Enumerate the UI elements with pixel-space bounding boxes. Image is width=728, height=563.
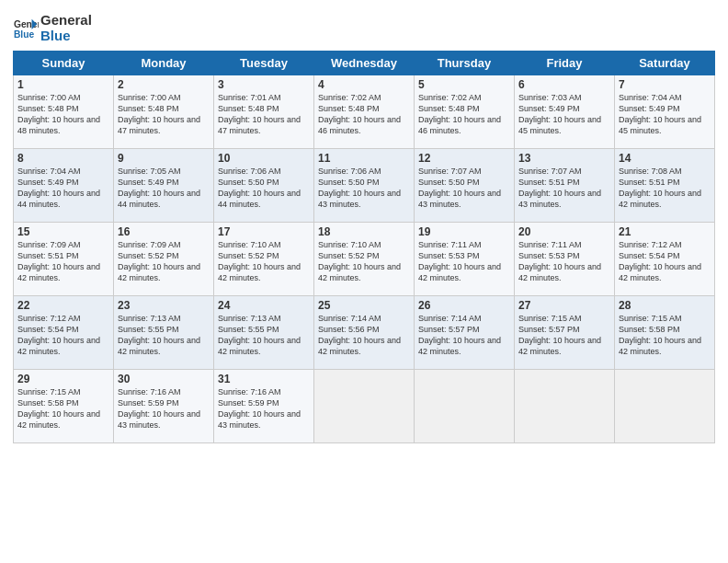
day-info: Sunrise: 7:06 AMSunset: 5:50 PMDaylight:…	[318, 167, 401, 209]
calendar-day-cell: 9 Sunrise: 7:05 AMSunset: 5:49 PMDayligh…	[114, 149, 214, 223]
day-number: 14	[619, 152, 711, 165]
day-number: 28	[619, 299, 711, 312]
day-info: Sunrise: 7:02 AMSunset: 5:48 PMDaylight:…	[318, 93, 401, 135]
day-info: Sunrise: 7:11 AMSunset: 5:53 PMDaylight:…	[418, 240, 501, 282]
calendar-day-cell: 21 Sunrise: 7:12 AMSunset: 5:54 PMDaylig…	[615, 223, 715, 296]
day-info: Sunrise: 7:07 AMSunset: 5:51 PMDaylight:…	[518, 167, 601, 209]
calendar-day-cell: 7 Sunrise: 7:04 AMSunset: 5:49 PMDayligh…	[615, 75, 715, 149]
day-number: 23	[118, 299, 210, 312]
calendar-day-cell	[515, 370, 615, 443]
logo-general-text: General	[40, 13, 92, 29]
calendar-header: SundayMondayTuesdayWednesdayThursdayFrid…	[14, 52, 715, 75]
weekday-header-wednesday: Wednesday	[314, 52, 415, 75]
calendar-day-cell: 17 Sunrise: 7:10 AMSunset: 5:52 PMDaylig…	[214, 223, 314, 296]
logo: General Blue General Blue	[13, 13, 92, 43]
calendar-day-cell: 1 Sunrise: 7:00 AMSunset: 5:48 PMDayligh…	[14, 75, 114, 149]
day-number: 17	[218, 225, 310, 238]
day-number: 18	[318, 225, 410, 238]
day-info: Sunrise: 7:02 AMSunset: 5:48 PMDaylight:…	[418, 93, 501, 135]
day-number: 6	[518, 78, 610, 91]
day-number: 25	[318, 299, 410, 312]
day-info: Sunrise: 7:05 AMSunset: 5:49 PMDaylight:…	[118, 167, 200, 209]
calendar-day-cell: 25 Sunrise: 7:14 AMSunset: 5:56 PMDaylig…	[314, 296, 415, 370]
weekday-header-tuesday: Tuesday	[214, 52, 314, 75]
calendar-body: 1 Sunrise: 7:00 AMSunset: 5:48 PMDayligh…	[14, 75, 715, 443]
calendar-week-row: 15 Sunrise: 7:09 AMSunset: 5:51 PMDaylig…	[14, 223, 715, 296]
day-info: Sunrise: 7:10 AMSunset: 5:52 PMDaylight:…	[218, 240, 301, 282]
day-info: Sunrise: 7:03 AMSunset: 5:49 PMDaylight:…	[518, 93, 601, 135]
calendar-day-cell: 24 Sunrise: 7:13 AMSunset: 5:55 PMDaylig…	[214, 296, 314, 370]
day-info: Sunrise: 7:09 AMSunset: 5:52 PMDaylight:…	[118, 240, 200, 282]
weekday-header-saturday: Saturday	[615, 52, 715, 75]
day-info: Sunrise: 7:08 AMSunset: 5:51 PMDaylight:…	[619, 167, 701, 209]
calendar-day-cell: 14 Sunrise: 7:08 AMSunset: 5:51 PMDaylig…	[615, 149, 715, 223]
logo-blue-text: Blue	[40, 29, 92, 44]
day-number: 2	[118, 78, 210, 91]
day-info: Sunrise: 7:14 AMSunset: 5:57 PMDaylight:…	[418, 314, 501, 356]
calendar-day-cell: 29 Sunrise: 7:15 AMSunset: 5:58 PMDaylig…	[14, 370, 114, 443]
day-info: Sunrise: 7:09 AMSunset: 5:51 PMDaylight:…	[17, 240, 100, 282]
day-number: 12	[418, 152, 510, 165]
weekday-header-thursday: Thursday	[415, 52, 515, 75]
day-number: 29	[17, 373, 109, 385]
calendar-day-cell	[314, 370, 415, 443]
day-info: Sunrise: 7:00 AMSunset: 5:48 PMDaylight:…	[118, 93, 200, 135]
calendar-day-cell: 27 Sunrise: 7:15 AMSunset: 5:57 PMDaylig…	[515, 296, 615, 370]
header-row: SundayMondayTuesdayWednesdayThursdayFrid…	[14, 52, 715, 75]
day-number: 30	[118, 373, 210, 385]
day-number: 24	[218, 299, 310, 312]
day-number: 27	[518, 299, 610, 312]
day-info: Sunrise: 7:01 AMSunset: 5:48 PMDaylight:…	[218, 93, 301, 135]
calendar-day-cell: 3 Sunrise: 7:01 AMSunset: 5:48 PMDayligh…	[214, 75, 314, 149]
calendar-day-cell: 30 Sunrise: 7:16 AMSunset: 5:59 PMDaylig…	[114, 370, 214, 443]
header: General Blue General Blue	[13, 9, 715, 43]
calendar-day-cell	[615, 370, 715, 443]
day-info: Sunrise: 7:16 AMSunset: 5:59 PMDaylight:…	[118, 387, 200, 430]
day-info: Sunrise: 7:11 AMSunset: 5:53 PMDaylight:…	[518, 240, 601, 282]
calendar-day-cell: 4 Sunrise: 7:02 AMSunset: 5:48 PMDayligh…	[314, 75, 415, 149]
day-info: Sunrise: 7:15 AMSunset: 5:58 PMDaylight:…	[17, 387, 100, 430]
day-number: 15	[17, 225, 109, 238]
calendar-day-cell	[415, 370, 515, 443]
day-info: Sunrise: 7:16 AMSunset: 5:59 PMDaylight:…	[218, 387, 301, 430]
calendar-day-cell: 2 Sunrise: 7:00 AMSunset: 5:48 PMDayligh…	[114, 75, 214, 149]
day-number: 5	[418, 78, 510, 91]
day-number: 16	[118, 225, 210, 238]
day-info: Sunrise: 7:00 AMSunset: 5:48 PMDaylight:…	[17, 93, 100, 135]
calendar-week-row: 1 Sunrise: 7:00 AMSunset: 5:48 PMDayligh…	[14, 75, 715, 149]
weekday-header-monday: Monday	[114, 52, 214, 75]
day-number: 8	[17, 152, 109, 165]
weekday-header-sunday: Sunday	[14, 52, 114, 75]
calendar-day-cell: 20 Sunrise: 7:11 AMSunset: 5:53 PMDaylig…	[515, 223, 615, 296]
day-number: 13	[518, 152, 610, 165]
calendar-day-cell: 28 Sunrise: 7:15 AMSunset: 5:58 PMDaylig…	[615, 296, 715, 370]
day-number: 31	[218, 373, 310, 385]
day-info: Sunrise: 7:07 AMSunset: 5:50 PMDaylight:…	[418, 167, 501, 209]
day-info: Sunrise: 7:15 AMSunset: 5:57 PMDaylight:…	[518, 314, 601, 356]
calendar-day-cell: 18 Sunrise: 7:10 AMSunset: 5:52 PMDaylig…	[314, 223, 415, 296]
calendar-day-cell: 5 Sunrise: 7:02 AMSunset: 5:48 PMDayligh…	[415, 75, 515, 149]
day-info: Sunrise: 7:14 AMSunset: 5:56 PMDaylight:…	[318, 314, 401, 356]
calendar-day-cell: 22 Sunrise: 7:12 AMSunset: 5:54 PMDaylig…	[14, 296, 114, 370]
day-number: 3	[218, 78, 310, 91]
day-info: Sunrise: 7:13 AMSunset: 5:55 PMDaylight:…	[118, 314, 200, 356]
day-number: 11	[318, 152, 410, 165]
day-info: Sunrise: 7:10 AMSunset: 5:52 PMDaylight:…	[318, 240, 401, 282]
day-info: Sunrise: 7:12 AMSunset: 5:54 PMDaylight:…	[619, 240, 701, 282]
svg-text:Blue: Blue	[14, 29, 35, 40]
calendar-day-cell: 11 Sunrise: 7:06 AMSunset: 5:50 PMDaylig…	[314, 149, 415, 223]
calendar-day-cell: 16 Sunrise: 7:09 AMSunset: 5:52 PMDaylig…	[114, 223, 214, 296]
day-info: Sunrise: 7:04 AMSunset: 5:49 PMDaylight:…	[619, 93, 701, 135]
calendar-day-cell: 31 Sunrise: 7:16 AMSunset: 5:59 PMDaylig…	[214, 370, 314, 443]
calendar-week-row: 29 Sunrise: 7:15 AMSunset: 5:58 PMDaylig…	[14, 370, 715, 443]
day-info: Sunrise: 7:15 AMSunset: 5:58 PMDaylight:…	[619, 314, 701, 356]
calendar-day-cell: 10 Sunrise: 7:06 AMSunset: 5:50 PMDaylig…	[214, 149, 314, 223]
calendar-day-cell: 13 Sunrise: 7:07 AMSunset: 5:51 PMDaylig…	[515, 149, 615, 223]
day-number: 7	[619, 78, 711, 91]
day-info: Sunrise: 7:13 AMSunset: 5:55 PMDaylight:…	[218, 314, 301, 356]
calendar-day-cell: 8 Sunrise: 7:04 AMSunset: 5:49 PMDayligh…	[14, 149, 114, 223]
day-number: 4	[318, 78, 410, 91]
calendar-table: SundayMondayTuesdayWednesdayThursdayFrid…	[13, 51, 715, 443]
calendar-container: General Blue General Blue SundayMondayTu…	[0, 0, 728, 451]
logo-icon: General Blue	[13, 16, 39, 41]
